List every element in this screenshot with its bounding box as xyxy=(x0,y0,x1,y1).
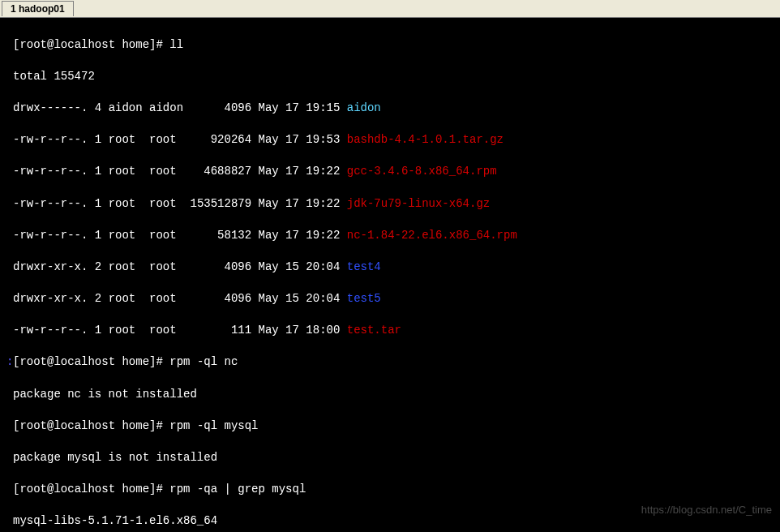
command: rpm -ql mysql xyxy=(169,419,258,432)
output-line: package nc is not installed xyxy=(6,387,774,403)
file-name: jdk-7u79-linux-x64.gz xyxy=(347,197,490,210)
prompt-line: :[root@localhost home]# rpm -ql nc xyxy=(6,354,774,371)
ls-row: drwx------. 4 aidon aidon 4096 May 17 19… xyxy=(6,101,774,117)
command: ll xyxy=(169,38,183,51)
tab-hadoop01[interactable]: 1 hadoop01 xyxy=(2,1,74,16)
prompt-line: [root@localhost home]# ll xyxy=(6,37,774,54)
ls-row: drwxr-xr-x. 2 root root 4096 May 15 20:0… xyxy=(6,260,774,276)
prompt-line: [root@localhost home]# rpm -qa | grep my… xyxy=(6,482,774,498)
prompt-line: [root@localhost home]# rpm -ql mysql xyxy=(6,418,774,435)
output-total: total 155472 xyxy=(6,69,774,85)
tab-bar: 1 hadoop01 xyxy=(0,0,780,18)
ls-row: -rw-r--r--. 1 root root 920264 May 17 19… xyxy=(6,132,774,148)
output-line: package mysql is not installed xyxy=(6,450,774,466)
ls-row: -rw-r--r--. 1 root root 153512879 May 17… xyxy=(6,196,774,212)
file-name: gcc-3.4.6-8.x86_64.rpm xyxy=(347,165,497,178)
ls-row: -rw-r--r--. 1 root root 58132 May 17 19:… xyxy=(6,228,774,244)
ls-row: drwxr-xr-x. 2 root root 4096 May 15 20:0… xyxy=(6,291,774,307)
terminal[interactable]: [root@localhost home]# ll total 155472 d… xyxy=(0,18,780,532)
command: rpm -ql nc xyxy=(169,355,238,368)
file-name: test4 xyxy=(347,260,381,273)
file-name: aidon xyxy=(347,101,381,114)
command: rpm -qa | grep mysql xyxy=(169,483,306,496)
ls-row: -rw-r--r--. 1 root root 111 May 17 18:00… xyxy=(6,323,774,339)
ls-row: -rw-r--r--. 1 root root 4688827 May 17 1… xyxy=(6,164,774,180)
file-name: test.tar xyxy=(347,324,401,337)
file-name: bashdb-4.4-1.0.1.tar.gz xyxy=(347,133,504,146)
file-name: test5 xyxy=(347,292,381,305)
file-name: nc-1.84-22.el6.x86_64.rpm xyxy=(347,229,517,242)
output-line: mysql-libs-5.1.71-1.el6.x86_64 xyxy=(6,513,774,530)
